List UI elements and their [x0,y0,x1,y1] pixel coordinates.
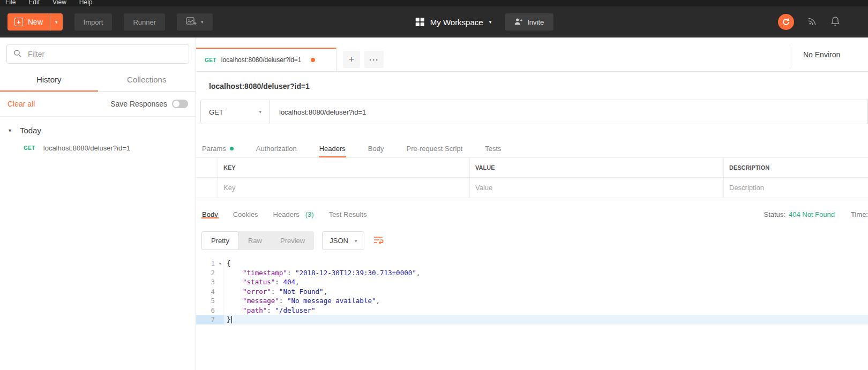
tab-authorization[interactable]: Authorization [256,139,297,157]
tab-history[interactable]: History [0,69,98,91]
invite-label: Invite [527,18,544,26]
header-status-icons [778,14,868,30]
response-tab-cookies[interactable]: Cookies [233,210,259,218]
tab-collections[interactable]: Collections [98,69,196,91]
line-number: 4 [196,287,223,297]
save-responses-label: Save Responses [110,100,167,108]
new-tab-button[interactable]: + [343,51,360,68]
tab-params-label: Params [202,145,226,153]
import-button[interactable]: Import [74,13,113,31]
code-line[interactable]: 7} [196,315,868,324]
menu-file[interactable]: File [5,0,16,5]
search-icon [13,49,22,59]
response-status-bar: Status: 404 Not Found Time: [764,210,868,218]
view-raw-button[interactable]: Raw [239,231,271,250]
line-number: 3 [196,277,223,287]
request-tabstrip: GET localhost:8080/deluser?id=1 + ··· No… [196,37,868,72]
sidebar: Filter History Collections Clear all Sav… [0,37,196,370]
environment-selector[interactable]: No Environment [790,43,868,66]
chevron-down-icon: ▾ [355,238,357,244]
language-dropdown[interactable]: JSON ▾ [322,231,364,250]
row-handle-column [196,157,218,178]
history-item[interactable]: GET localhost:8080/deluser?id=1 [0,140,196,156]
new-dropdown-button[interactable]: ▾ [50,13,63,31]
wrap-text-icon [372,235,384,247]
menu-view[interactable]: View [53,0,66,5]
column-key: KEY [218,157,469,178]
response-tab-body[interactable]: Body [201,210,219,218]
headers-table-row: Key Value Description [196,178,868,198]
view-pretty-button[interactable]: Pretty [201,231,239,250]
clear-all-link[interactable]: Clear all [8,100,35,108]
tab-pre-request-script[interactable]: Pre-request Script [406,139,463,157]
add-image-icon [186,17,197,27]
code-content: "message": "No message available", [223,296,380,306]
line-number: 2 [196,268,223,278]
language-value: JSON [330,237,348,245]
code-line[interactable]: 2 "timestamp": "2018-12-30T12:39:30.713+… [196,268,868,278]
satellite-icon[interactable] [807,16,818,28]
request-tab-label: localhost:8080/deluser?id=1 [221,56,302,64]
method-badge: GET [24,145,35,151]
request-section-tabs: Params Authorization Headers Body Pre-re… [196,139,868,157]
menubar: File Edit View Help [0,0,868,6]
method-badge: GET [205,57,216,63]
sidebar-tabs: History Collections [0,69,196,92]
code-content: "status": 404, [223,277,300,287]
method-dropdown[interactable]: GET ▾ [200,100,270,124]
postman-app: { "colors": { "accent": "#FF6C37", "succ… [0,0,868,370]
app-header: + New ▾ Import Runner ▾ My Workspace ▾ I… [0,6,868,37]
fold-caret-icon[interactable]: ▾ [219,259,221,269]
sync-icon[interactable] [778,14,794,30]
status-label: Status: [764,210,785,218]
menu-edit[interactable]: Edit [28,0,40,5]
code-content: } [223,315,232,324]
chevron-down-icon: ▾ [489,19,492,25]
chevron-down-icon: ▼ [8,128,12,133]
invite-button[interactable]: Invite [505,13,553,31]
tab-params[interactable]: Params [201,139,234,157]
new-button[interactable]: + New ▾ [8,13,63,31]
status-value[interactable]: 404 Not Found [789,210,835,218]
bell-icon[interactable] [830,16,840,28]
grid-icon [416,18,424,26]
capture-requests-button[interactable]: ▾ [177,13,213,31]
chevron-down-icon: ▾ [259,109,261,115]
runner-button[interactable]: Runner [124,13,165,31]
column-value: VALUE [469,157,723,178]
url-input[interactable]: localhost:8080/deluser?id=1 [270,100,868,124]
code-line[interactable]: 4 "error": "Not Found", [196,287,868,297]
history-item-url: localhost:8080/deluser?id=1 [43,144,130,152]
view-mode-group: Pretty Raw Preview [201,231,314,250]
code-line[interactable]: 1▾{ [196,259,868,268]
response-tab-headers[interactable]: Headers (3) [273,210,315,218]
headers-count-badge: (3) [305,210,314,218]
menu-help[interactable]: Help [79,0,93,5]
response-toolbar: Pretty Raw Preview JSON ▾ [201,231,868,250]
url-builder: GET ▾ localhost:8080/deluser?id=1 [200,100,868,124]
tab-body[interactable]: Body [368,139,385,157]
request-tab[interactable]: GET localhost:8080/deluser?id=1 [196,48,336,71]
text-cursor [231,316,233,323]
code-line[interactable]: 5 "message": "No message available", [196,296,868,306]
response-tab-test-results[interactable]: Test Results [328,210,368,218]
code-line[interactable]: 3 "status": 404, [196,277,868,287]
new-button-label: New [28,18,43,26]
wrap-text-button[interactable] [372,235,384,247]
view-preview-button[interactable]: Preview [271,231,314,250]
time-label: Time: [851,210,868,218]
tab-tests[interactable]: Tests [484,139,502,157]
history-group-today[interactable]: ▼ Today [0,117,196,140]
key-input[interactable]: Key [218,178,469,198]
code-line[interactable]: 6 "path": "/deluser" [196,306,868,315]
filter-input[interactable]: Filter [6,44,189,64]
environment-label: No Environment [803,50,841,59]
row-handle[interactable] [196,178,218,198]
response-editor[interactable]: 1▾{2 "timestamp": "2018-12-30T12:39:30.7… [196,256,868,370]
value-input[interactable]: Value [469,178,723,198]
save-responses-toggle[interactable] [172,100,188,108]
workspace-switcher[interactable]: My Workspace ▾ [416,18,491,27]
description-input[interactable]: Description [723,178,868,198]
tab-options-button[interactable]: ··· [364,51,384,68]
tab-headers[interactable]: Headers [319,139,346,157]
